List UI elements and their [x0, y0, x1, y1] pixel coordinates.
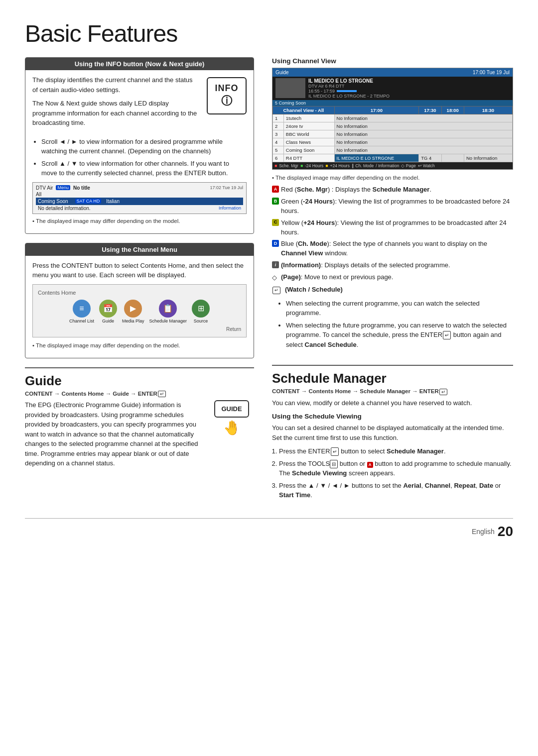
dtv-title: No title [73, 185, 90, 191]
cv-thumbnail [275, 78, 305, 98]
cv-table: Channel View - All 17:00 17:30 18:00 18:… [272, 106, 513, 162]
dtv-coming-soon: Coming Soon [38, 199, 68, 204]
guide-icon: 📅 [99, 300, 117, 318]
hand-icon: 🤚 [209, 420, 254, 436]
bullet-page-text: (Page): Move to next or previous page. [281, 273, 393, 282]
guide-image-box: GUIDE 🤚 [209, 400, 254, 436]
guide-section-title: Guide [25, 373, 254, 389]
channel-view-note: The displayed image may differ depending… [272, 174, 513, 182]
channel-view-bullets: A Red (Sche. Mgr) : Displays the Schedul… [272, 185, 513, 356]
info-bullets: Scroll ◄ / ► to view information for a d… [41, 137, 247, 178]
icon-media-play: ▶ Media Play [122, 300, 144, 324]
cv-col-1700: 17:00 [334, 107, 419, 114]
icon-channel-list: ≡ Channel List [69, 300, 94, 324]
yellow-bullet-icon: C [272, 219, 279, 226]
watch-sub-bullets: When selecting the current programme, yo… [286, 299, 513, 352]
schedule-manager-label: Schedule Manager [149, 319, 187, 324]
schedule-manager-title: Schedule Manager [272, 371, 513, 386]
channel-view-mock: Guide 17:00 Tue 19 Jul IL MEDICO E LO ST… [272, 68, 513, 170]
dtv-lang: Italian [106, 199, 120, 204]
bullet-red-text: Red (Sche. Mgr) : Displays the Schedule … [281, 185, 431, 195]
red-bullet-icon: A [272, 186, 279, 193]
watch-sub-2: When selecting the future programme, you… [286, 321, 513, 350]
cv-footer: ■Sche. Mgr ■-24 Hours ■+24 Hours ‖ Ch. M… [272, 162, 513, 169]
cv-subtitle: IL MEDICO E LO STRGONE - 2 TEMPO [308, 94, 510, 99]
step-1: Press the ENTER↵ button to select Schedu… [279, 446, 513, 456]
info-bullet-1: Scroll ◄ / ► to view information for a d… [41, 137, 247, 156]
schedule-manager-para: You can view, modify or delete a channel… [272, 398, 513, 408]
ch-data-2: No Information [334, 122, 512, 130]
cv-col-1830: 18:30 [464, 107, 512, 114]
ch-num-3: 3 [273, 130, 284, 138]
cv-footer-green: ■ [300, 163, 303, 168]
contents-icons: ≡ Channel List 📅 Guide ▶ Media Play � [38, 300, 241, 324]
page-number-area: English 20 [25, 518, 513, 540]
table-row: 4 Class News No Information [273, 138, 513, 146]
source-label: Source [194, 319, 208, 324]
cv-time-top: 17:00 Tue 19 Jul [473, 70, 510, 75]
cv-footer-page: ◇ Page [401, 163, 415, 168]
cv-col-channel-view-all: Channel View - All [273, 107, 335, 114]
blue-bullet-icon: D [272, 240, 279, 247]
guide-divider [25, 367, 254, 368]
page-language: English [472, 528, 495, 536]
watch-bullet-icon: ↵ [272, 286, 281, 295]
page-bullet-icon: ◇ [272, 273, 277, 283]
schedule-manager-icon: 📋 [159, 300, 177, 318]
enter-icon-sm: ↵ [439, 389, 447, 395]
icon-source: ⊞ Source [192, 300, 210, 324]
ch-name-3: BBC World [283, 130, 334, 138]
source-icon: ⊞ [192, 300, 210, 318]
green-bullet-icon: B [272, 198, 279, 205]
ch-data-6d: No Information [464, 154, 512, 162]
cv-footer-yellow: ■ [325, 163, 328, 168]
cv-header: Guide 17:00 Tue 19 Jul [272, 68, 513, 77]
channel-view-heading: Using Channel View [272, 57, 513, 65]
channel-menu-section: Using the Channel Menu Press the CONTENT… [25, 243, 254, 358]
bullet-page: ◇ (Page): Move to next or previous page. [272, 273, 513, 283]
watch-sub-1: When selecting the current programme, yo… [286, 299, 513, 318]
table-row: 3 BBC World No Information [273, 130, 513, 138]
info-icon: ⓘ [215, 94, 239, 108]
info-button-section: Using the INFO button (Now & Next guide)… [25, 57, 254, 234]
ch-data-3: No Information [334, 130, 512, 138]
info-button-heading: Using the INFO button (Now & Next guide) [25, 58, 254, 70]
dtv-info-btn: Information [219, 206, 241, 211]
enter-icon-step1: ↵ [331, 447, 339, 456]
info-para2: The Now & Next guide shows daily LED dis… [32, 99, 199, 128]
ch-data-6b: TG 4 [419, 154, 441, 162]
ch-num-4: 4 [273, 138, 284, 146]
page-title: Basic Features [25, 20, 513, 47]
bullet-red: A Red (Sche. Mgr) : Displays the Schedul… [272, 185, 513, 195]
ch-data-6a: IL MEDICO E LO STRGONE [334, 154, 419, 162]
guide-content-path: CONTENT → Contents Home → Guide → ENTER↵ [25, 391, 254, 397]
return-label: Return [38, 326, 241, 332]
dtv-all: All [36, 192, 41, 197]
cv-time-range-row: 16:55 - 17:59 [308, 89, 510, 94]
ch-name-2: 24ore tv [283, 122, 334, 130]
cv-thumbnail-row: IL MEDICO E LO STRGONE DTV Air 6 R4 DTT … [272, 77, 513, 100]
ch-data-6c [441, 154, 464, 162]
cv-progress-bar [337, 90, 357, 92]
ch-data-5: No Information [334, 146, 512, 154]
bullet-yellow: C Yellow (+24 Hours): Viewing the list o… [272, 218, 513, 237]
info-label: INFO [215, 83, 239, 94]
ch-num-1: 1 [273, 114, 284, 122]
bullet-info: i (Information): Displays details of the… [272, 261, 513, 270]
ch-data-1: No Information [334, 114, 512, 122]
bullet-green-text: Green (-24 Hours): Viewing the list of p… [281, 197, 513, 216]
guide-para: The EPG (Electronic Programme Guide) inf… [25, 400, 202, 468]
icon-schedule-manager: 📋 Schedule Manager [149, 300, 187, 324]
info-para1: The display identifies the current chann… [32, 75, 199, 95]
ch-name-1: 1tutech [283, 114, 334, 122]
cv-time-range: 16:55 - 17:59 [308, 89, 335, 94]
schedule-steps: Press the ENTER↵ button to select Schedu… [279, 446, 513, 500]
dtv-channel: DTV Air [36, 185, 53, 191]
dtv-menu-badge: Menu [56, 185, 70, 190]
cv-footer-info: / Information [376, 163, 399, 168]
ch-name-5: Coming Soon [283, 146, 334, 154]
bullet-blue: D Blue (Ch. Mode): Select the type of ch… [272, 239, 513, 258]
cv-col-1730: 17:30 [419, 107, 441, 114]
icon-guide: 📅 Guide [99, 300, 117, 324]
a-button-icon: A [367, 462, 373, 468]
